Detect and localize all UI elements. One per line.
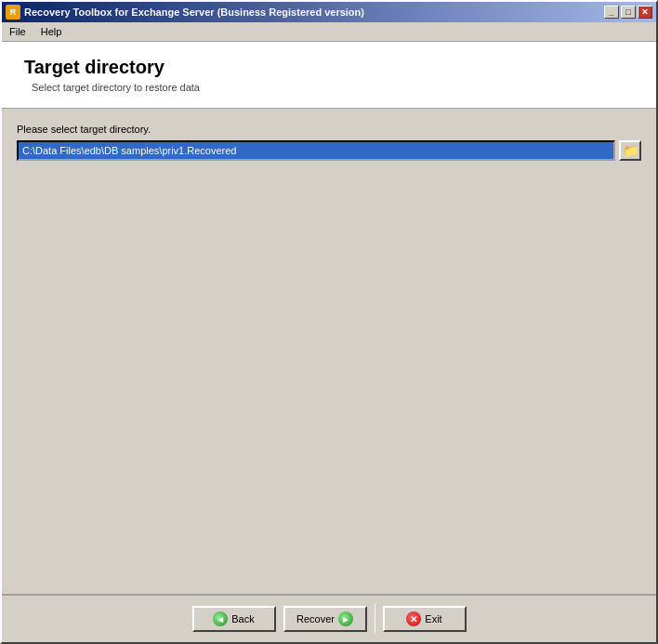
header-section: Target directory Select target directory… bbox=[2, 42, 656, 109]
close-button[interactable]: ✕ bbox=[638, 6, 652, 19]
exit-icon: ✕ bbox=[406, 611, 421, 626]
exit-button[interactable]: ✕ Exit bbox=[383, 606, 467, 632]
content-area: Please select target directory. 📁 bbox=[2, 109, 656, 594]
folder-icon: 📁 bbox=[623, 143, 638, 158]
app-icon: R bbox=[6, 5, 20, 20]
directory-label: Please select target directory. bbox=[17, 124, 641, 135]
directory-input[interactable] bbox=[17, 140, 615, 161]
menu-help[interactable]: Help bbox=[37, 24, 66, 39]
recover-label: Recover bbox=[296, 613, 335, 624]
menu-file[interactable]: File bbox=[6, 24, 30, 39]
exit-label: Exit bbox=[425, 613, 441, 624]
recover-button[interactable]: Recover ► bbox=[283, 606, 367, 632]
directory-input-row: 📁 bbox=[17, 140, 641, 161]
menu-bar: File Help bbox=[2, 22, 656, 42]
minimize-button[interactable]: _ bbox=[604, 6, 619, 19]
back-icon: ◄ bbox=[213, 611, 228, 626]
recover-icon: ► bbox=[338, 611, 353, 626]
browse-button[interactable]: 📁 bbox=[619, 140, 641, 161]
main-window: R Recovery Toolbox for Exchange Server (… bbox=[0, 0, 658, 644]
footer-separator bbox=[375, 604, 375, 634]
back-button[interactable]: ◄ Back bbox=[192, 606, 276, 632]
window-title: Recovery Toolbox for Exchange Server (Bu… bbox=[24, 7, 364, 18]
title-bar-buttons: _ □ ✕ bbox=[604, 6, 652, 19]
back-label: Back bbox=[231, 613, 254, 624]
title-bar: R Recovery Toolbox for Exchange Server (… bbox=[2, 2, 656, 22]
footer: ◄ Back Recover ► ✕ Exit bbox=[2, 594, 656, 642]
page-title: Target directory bbox=[24, 57, 634, 78]
maximize-button[interactable]: □ bbox=[621, 6, 636, 19]
page-subtitle: Select target directory to restore data bbox=[32, 82, 634, 93]
title-bar-left: R Recovery Toolbox for Exchange Server (… bbox=[6, 5, 364, 20]
